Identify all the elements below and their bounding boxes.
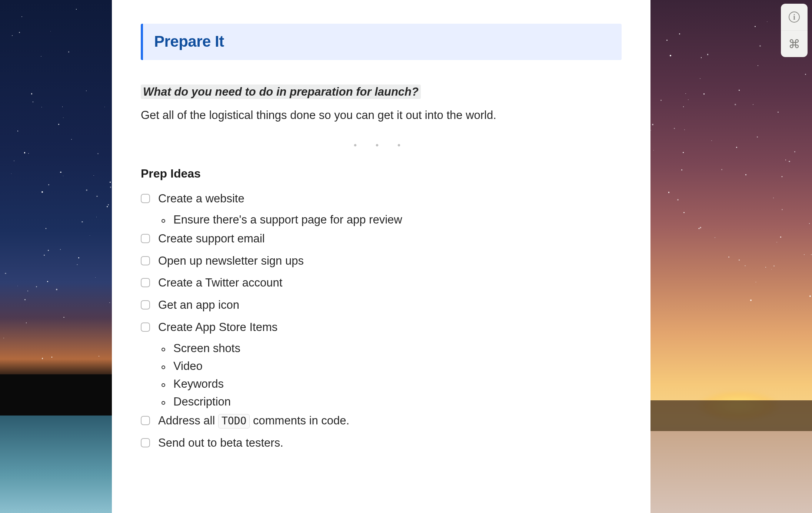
callout-title: Prepare It	[154, 33, 610, 50]
divider-dots: • • •	[141, 140, 622, 150]
subtitle-text[interactable]: Get all of the logistical things done so…	[141, 107, 622, 123]
code-chip: TODO	[218, 414, 250, 428]
check-label: Create App Store Items	[158, 320, 277, 335]
checkbox-icon[interactable]	[141, 416, 150, 425]
bullet-icon	[162, 383, 165, 387]
check-item[interactable]: Send out to beta testers.	[141, 435, 622, 451]
sub-label: Ensure there's a support page for app re…	[173, 213, 402, 226]
check-item[interactable]: Open up newsletter sign ups	[141, 253, 622, 269]
label-pre: Address all	[158, 414, 218, 427]
check-label: Get an app icon	[158, 297, 239, 313]
sub-item[interactable]: Keywords	[162, 377, 622, 391]
bullet-icon	[162, 365, 165, 369]
sub-item[interactable]: Video	[162, 360, 622, 373]
callout-block[interactable]: Prepare It	[141, 24, 622, 60]
section-title[interactable]: Prep Ideas	[141, 167, 622, 181]
check-label: Create support email	[158, 231, 265, 246]
sub-item[interactable]: Ensure there's a support page for app re…	[162, 213, 622, 226]
label-post: comments in code.	[250, 414, 349, 427]
bullet-icon	[162, 401, 165, 405]
sub-label: Description	[173, 395, 231, 408]
document-page: Prepare It What do you need to do in pre…	[112, 0, 650, 513]
sub-item[interactable]: Description	[162, 395, 622, 408]
checkbox-icon[interactable]	[141, 300, 150, 310]
check-item[interactable]: Create a Twitter account	[141, 275, 622, 291]
question-text[interactable]: What do you need to do in preparation fo…	[141, 85, 421, 99]
checkbox-icon[interactable]	[141, 322, 150, 332]
check-label: Send out to beta testers.	[158, 435, 283, 451]
check-label: Address all TODO comments in code.	[158, 413, 349, 428]
checkbox-icon[interactable]	[141, 438, 150, 447]
check-label: Open up newsletter sign ups	[158, 253, 304, 269]
sub-item[interactable]: Screen shots	[162, 342, 622, 355]
command-icon: ⌘	[788, 37, 800, 51]
check-item[interactable]: Get an app icon	[141, 297, 622, 313]
check-item[interactable]: Create a website	[141, 191, 622, 206]
floating-toolbar: i ⌘	[781, 4, 808, 57]
bullet-icon	[162, 219, 165, 223]
info-icon: i	[789, 11, 800, 23]
check-item[interactable]: Create support email	[141, 231, 622, 246]
checkbox-icon[interactable]	[141, 194, 150, 203]
info-button[interactable]: i	[781, 4, 808, 30]
check-item[interactable]: Address all TODO comments in code.	[141, 413, 622, 428]
check-item[interactable]: Create App Store Items	[141, 320, 622, 335]
sub-label: Screen shots	[173, 342, 240, 355]
command-button[interactable]: ⌘	[781, 30, 808, 57]
checkbox-icon[interactable]	[141, 234, 150, 243]
sub-label: Video	[173, 360, 203, 373]
sub-label: Keywords	[173, 377, 224, 391]
bullet-icon	[162, 348, 165, 351]
checklist: Create a website Ensure there's a suppor…	[141, 191, 622, 451]
check-label: Create a website	[158, 191, 244, 206]
check-label: Create a Twitter account	[158, 275, 282, 291]
checkbox-icon[interactable]	[141, 256, 150, 265]
checkbox-icon[interactable]	[141, 278, 150, 287]
sublist: Ensure there's a support page for app re…	[162, 213, 622, 226]
sublist: Screen shots Video Keywords Description	[162, 342, 622, 408]
